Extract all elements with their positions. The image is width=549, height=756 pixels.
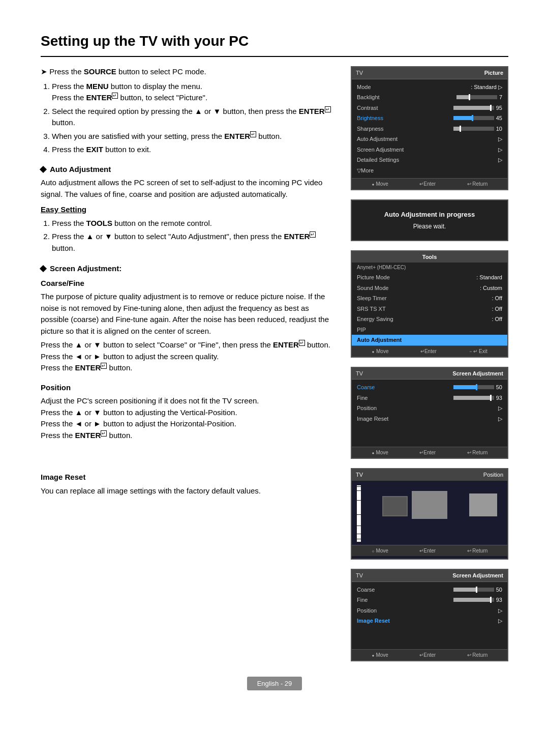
position-footer: ⬦ Move ↵Enter ↩ Return: [352, 545, 507, 556]
tv-row-brightness: Brightness 45: [357, 113, 502, 124]
pos-footer-enter: ↵Enter: [419, 547, 436, 555]
position-visual-panel: TV Position: [351, 468, 508, 560]
auto-adjustment-panel: Auto Adjustment in progress Please wait.: [351, 199, 508, 241]
image-reset-footer-move: ⬥ Move: [372, 651, 388, 659]
tv-row-more: ▽More: [357, 165, 502, 176]
screen-adj-footer-move: ⬥ Move: [372, 449, 388, 456]
tv-row-image-reset-2: Image Reset ▷: [357, 616, 502, 626]
backlight-bar: [456, 95, 497, 99]
screen-adjustment-title: Screen Adjustment:: [41, 263, 336, 275]
tv-label-1: TV: [356, 69, 363, 77]
tv-row-backlight: Backlight 7: [357, 92, 502, 103]
auto-adjustment-title: Auto Adjustment: [41, 164, 336, 176]
screen-adj-step-2: Press the ◄ or ► button to adjust the sc…: [41, 351, 336, 363]
easy-setting-box: Easy Setting Press the TOOLS button on t…: [41, 204, 336, 254]
brightness-bar: [453, 116, 494, 120]
tools-header: Tools: [352, 251, 507, 263]
tools-row-energy: Energy Saving : Off: [352, 314, 507, 325]
tv-label-2: TV: [356, 369, 363, 378]
tv-row-sharpness: Sharpness 10: [357, 124, 502, 134]
sharpness-bar: [453, 127, 494, 131]
screen-adj-footer: ⬥ Move ↵Enter ↩ Return: [352, 447, 507, 458]
tools-footer-exit: －↵ Exit: [468, 347, 487, 355]
image-reset-title: Image Reset: [41, 472, 336, 483]
image-reset-panel: TV Screen Adjustment Coarse 50: [351, 569, 508, 661]
right-column: TV Picture Mode : Standard ▷ Backlight: [351, 66, 508, 661]
tv-label-3: TV: [356, 571, 363, 580]
position-step-3: Press the ENTER↵ button.: [41, 430, 336, 442]
tv-picture-section-label: Picture: [484, 69, 503, 77]
contrast-bar: [453, 106, 494, 110]
tv-row-screen-adj: Screen Adjustment ▷: [357, 144, 502, 155]
tools-footer: ⬥ Move ↵Enter －↵ Exit: [352, 345, 507, 357]
image-reset-footer-enter: ↵Enter: [419, 651, 436, 659]
tv-picture-header: TV Picture: [352, 67, 507, 79]
coarse-bar-2: [453, 588, 494, 592]
fine-bar: [453, 396, 494, 400]
tools-auto-adj-highlight: Auto Adjustment: [352, 335, 507, 345]
screen-adj-header: TV Screen Adjustment: [352, 368, 507, 380]
image-reset-section-label: Screen Adjustment: [452, 571, 503, 580]
step-4: Press the EXIT button to exit.: [52, 144, 336, 156]
auto-adjustment-section: Auto Adjustment Auto adjustment allows t…: [41, 164, 336, 254]
tv-row-fine: Fine 93: [357, 393, 502, 403]
footer-enter: ↵Enter: [419, 180, 436, 188]
position-body: Adjust the PC's screen positioning if it…: [41, 395, 336, 407]
tools-row-picture-mode: Picture Mode : Standard: [352, 272, 507, 283]
screen-adj-panel: TV Screen Adjustment Coarse 50: [351, 367, 508, 459]
tv-row-fine-2: Fine 93: [357, 595, 502, 605]
position-visual-header: TV Position: [352, 469, 507, 481]
tv-row-coarse: Coarse 50: [357, 382, 502, 393]
screen-adj-step-1: Press the ▲ or ▼ button to select "Coars…: [41, 339, 336, 351]
position-title: Position: [41, 382, 336, 394]
screen-adjustment-section: Screen Adjustment: Coarse/Fine The purpo…: [41, 263, 336, 374]
position-section: Position Adjust the PC's screen position…: [41, 382, 336, 442]
tv-row-position: Position ▷: [357, 403, 502, 414]
tv-row-contrast: Contrast 95: [357, 103, 502, 113]
numbered-steps: Press the MENU button to display the men…: [41, 81, 336, 156]
tv-row-detailed: Detailed Settings ▷: [357, 155, 502, 165]
screen-adj-footer-return: ↩ Return: [467, 449, 488, 456]
screen-adjustment-body: The purpose of picture quality adjustmen…: [41, 291, 336, 337]
image-reset-body: You can replace all image settings with …: [41, 485, 336, 497]
page-number: English - 29: [247, 677, 302, 691]
tv-picture-panel: TV Picture Mode : Standard ▷ Backlight: [351, 66, 508, 190]
footer-move: ⬥ Move: [372, 180, 388, 188]
tv-row-auto-adj: Auto Adjustment ▷: [357, 134, 502, 144]
tools-footer-move: ⬥ Move: [372, 347, 388, 355]
screen-adj-step-3: Press the ENTER↵ button.: [41, 362, 336, 374]
screen-adj-body: Coarse 50 Fine: [352, 380, 507, 426]
position-step-2: Press the ◄ or ► button to adjust the Ho…: [41, 418, 336, 430]
footer-return: ↩ Return: [467, 180, 488, 188]
easy-setting-title: Easy Setting: [41, 204, 336, 216]
pos-section-label: Position: [483, 471, 503, 479]
diamond-icon-2: [40, 265, 47, 272]
tv-row-mode: Mode : Standard ▷: [357, 82, 502, 93]
page-footer: English - 29: [41, 677, 508, 691]
coarse-fine-subtitle: Coarse/Fine: [41, 278, 336, 289]
pos-footer-return: ↩ Return: [467, 547, 488, 555]
tools-footer-enter: ↵Enter: [420, 347, 437, 355]
tv-row-position-2: Position ▷: [357, 605, 502, 616]
pos-tv-label: TV: [356, 471, 363, 479]
tv-row-image-reset: Image Reset ▷: [357, 414, 502, 424]
fine-bar-2: [453, 598, 494, 602]
pos-histogram: [357, 486, 361, 542]
pos-footer-move: ⬦ Move: [372, 547, 388, 555]
tools-row-srs: SRS TS XT : Off: [352, 304, 507, 314]
tools-row-pip: PIP: [352, 325, 507, 335]
pos-screen-left: [382, 496, 408, 516]
tools-panel: Tools Anynet+ (HDMI-CEC) Picture Mode : …: [351, 250, 508, 358]
screen-adj-footer-enter: ↵Enter: [419, 449, 436, 456]
page-title: Setting up the TV with your PC: [41, 31, 508, 57]
step-2: Select the required option by pressing t…: [52, 106, 336, 129]
tv-picture-footer: ⬥ Move ↵Enter ↩ Return: [352, 178, 507, 189]
tools-row-sleep-timer: Sleep Timer : Off: [352, 293, 507, 304]
easy-setting-steps: Press the TOOLS button on the remote con…: [41, 218, 336, 254]
diamond-icon: [40, 166, 47, 173]
auto-adjustment-body: Auto adjustment allows the PC screen of …: [41, 177, 336, 200]
position-step-1: Press the ▲ or ▼ button to adjusting the…: [41, 407, 336, 419]
step-3: When you are satisfied with your setting…: [52, 131, 336, 142]
image-reset-body: Coarse 50 Fine: [352, 582, 507, 629]
image-reset-section: Image Reset You can replace all image se…: [41, 472, 336, 497]
